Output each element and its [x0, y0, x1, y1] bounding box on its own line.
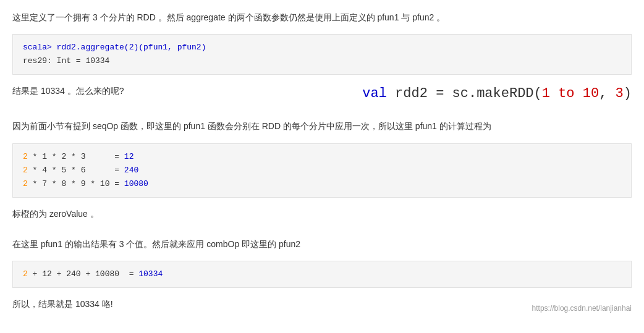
code-block-2: 2 * 1 * 2 * 3 = 12 2 * 4 * 5 * 6 = 240 2… [12, 143, 632, 198]
explain-text: 因为前面小节有提到 seqOp 函数，即这里的 pfun1 函数会分别在 RDD… [12, 119, 632, 134]
code2-line3: 2 * 7 * 8 * 9 * 10 = 10080 [23, 177, 621, 191]
combine-text: 在这里 pfun1 的输出结果有 3 个值。然后就来应用 combOp 即这里的… [12, 237, 632, 252]
code2-line2: 2 * 4 * 5 * 6 = 240 [23, 164, 621, 177]
result-text: 结果是 10334 。怎么来的呢? [12, 83, 350, 99]
watermark: https://blog.csdn.net/lanjianhai [532, 304, 632, 313]
code-block-3: 2 + 12 + 240 + 10080 = 10334 [12, 261, 632, 288]
code3-line1: 2 + 12 + 240 + 10080 = 10334 [23, 268, 621, 281]
big-formula: val rdd2 = sc.makeRDD(1 to 10, 3) [350, 83, 632, 104]
code2-line1: 2 * 1 * 2 * 3 = 12 [23, 150, 621, 164]
result-and-formula: 结果是 10334 。怎么来的呢? val rdd2 = sc.makeRDD(… [12, 83, 632, 104]
code1-line1: scala> rdd2.aggregate(2)(pfun1, pfun2) [23, 41, 621, 54]
conclusion-and-watermark: 所以，结果就是 10334 咯! https://blog.csdn.net/l… [12, 297, 632, 312]
orange-note: 标橙的为 zeroValue 。 [12, 206, 632, 222]
code1-line2: res29: Int = 10334 [23, 54, 621, 68]
intro-text: 这里定义了一个拥有 3 个分片的 RDD 。然后 aggregate 的两个函数… [12, 10, 632, 25]
conclusion-text: 所以，结果就是 10334 咯! [12, 297, 113, 312]
code-block-1: scala> rdd2.aggregate(2)(pfun1, pfun2) r… [12, 34, 632, 75]
